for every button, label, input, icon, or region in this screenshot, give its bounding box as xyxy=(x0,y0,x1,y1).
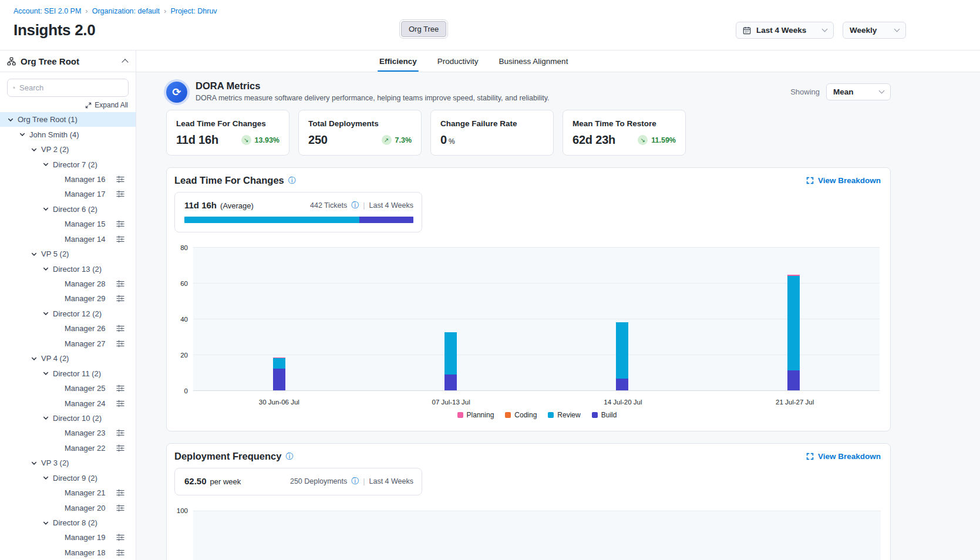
filters-icon[interactable] xyxy=(116,220,124,228)
tree-row[interactable]: Manager 29 xyxy=(0,291,136,306)
deployment-rate-qualifier: per week xyxy=(210,477,241,486)
tab-efficiency[interactable]: Efficiency xyxy=(379,57,417,72)
chevron-down-icon[interactable] xyxy=(42,519,49,527)
filters-icon[interactable] xyxy=(116,429,124,437)
bar-segment-build xyxy=(616,379,628,390)
tree-row[interactable]: Manager 23 xyxy=(0,426,136,440)
tree-item-label: Director 7 (2) xyxy=(53,160,97,169)
stacked-bar[interactable] xyxy=(787,275,800,390)
chevron-down-icon[interactable] xyxy=(42,370,49,377)
stacked-bar[interactable] xyxy=(444,332,457,390)
info-icon[interactable]: ⓘ xyxy=(351,201,359,209)
summary-range: Last 4 Weeks xyxy=(369,201,413,210)
tree-row[interactable]: John Smith (4) xyxy=(0,127,136,141)
tree-row[interactable]: Director 13 (2) xyxy=(0,261,136,276)
showing-select[interactable]: Mean xyxy=(826,83,891,100)
deployment-view-breakdown-link[interactable]: View Breakdown xyxy=(806,452,881,461)
chevron-down-icon[interactable] xyxy=(42,414,49,421)
filters-icon[interactable] xyxy=(116,325,124,332)
tree-row[interactable]: Manager 15 xyxy=(0,217,136,231)
tree-row[interactable]: VP 5 (2) xyxy=(0,247,136,261)
tab-productivity[interactable]: Productivity xyxy=(437,57,479,72)
tree-row[interactable]: Manager 24 xyxy=(0,396,136,410)
date-range-select[interactable]: Last 4 Weeks xyxy=(736,22,834,39)
search-input[interactable] xyxy=(19,83,123,92)
info-icon[interactable]: ⓘ xyxy=(288,177,296,184)
info-icon[interactable]: ⓘ xyxy=(285,453,293,460)
filters-icon[interactable] xyxy=(116,444,124,452)
breadcrumb-link[interactable]: Organization: default xyxy=(92,7,160,15)
lead-time-panel: Lead Time For Changes ⓘ View Breakdown 1… xyxy=(166,167,891,431)
tree-row[interactable]: Manager 17 xyxy=(0,187,136,201)
chevron-down-icon[interactable] xyxy=(42,205,49,212)
chevron-down-icon[interactable] xyxy=(19,131,26,138)
filters-icon[interactable] xyxy=(116,534,124,541)
plot-area xyxy=(193,511,881,560)
chevron-down-icon[interactable] xyxy=(31,146,38,153)
expand-all-button[interactable]: Expand All xyxy=(8,101,128,109)
filters-icon[interactable] xyxy=(116,549,124,556)
legend-item-coding[interactable]: Coding xyxy=(505,411,537,419)
collapse-chevron-up-icon[interactable] xyxy=(122,59,128,65)
tree-row[interactable]: Manager 19 xyxy=(0,530,136,545)
tree-row[interactable]: Director 9 (2) xyxy=(0,471,136,485)
filters-icon[interactable] xyxy=(116,400,124,407)
chevron-down-icon[interactable] xyxy=(7,116,14,123)
tree-row[interactable]: VP 3 (2) xyxy=(0,456,136,470)
legend-item-review[interactable]: Review xyxy=(548,411,580,419)
tree-row[interactable]: Director 7 (2) xyxy=(0,157,136,171)
tree-row[interactable]: Manager 25 xyxy=(0,381,136,396)
chevron-down-icon[interactable] xyxy=(42,474,49,481)
filters-icon[interactable] xyxy=(116,190,124,198)
filters-icon[interactable] xyxy=(116,384,124,392)
tree-row[interactable]: Director 12 (2) xyxy=(0,306,136,321)
legend-item-planning[interactable]: Planning xyxy=(457,411,494,419)
tree-row[interactable]: Director 8 (2) xyxy=(0,515,136,530)
chevron-down-icon[interactable] xyxy=(42,310,49,317)
tree-row[interactable]: VP 4 (2) xyxy=(0,351,136,366)
granularity-select[interactable]: Weekly xyxy=(843,22,906,39)
info-icon[interactable]: ⓘ xyxy=(351,477,359,485)
chevron-down-icon[interactable] xyxy=(31,460,38,467)
tree-row[interactable]: Org Tree Root (1) xyxy=(0,112,136,127)
lead-time-view-breakdown-link[interactable]: View Breakdown xyxy=(806,176,881,185)
breadcrumb-link[interactable]: Account: SEI 2.0 PM xyxy=(14,7,81,15)
tree-row[interactable]: Manager 22 xyxy=(0,441,136,456)
tree-row[interactable]: Director 6 (2) xyxy=(0,202,136,217)
tree-row[interactable]: Manager 18 xyxy=(0,545,136,560)
tree-row[interactable]: Manager 27 xyxy=(0,336,136,351)
legend-item-build[interactable]: Build xyxy=(592,411,617,419)
tree-row[interactable]: Manager 21 xyxy=(0,485,136,500)
stacked-bar[interactable] xyxy=(616,322,628,390)
org-tree: Org Tree Root (1)John Smith (4)VP 2 (2)D… xyxy=(0,112,136,560)
sidebar-header[interactable]: Org Tree Root xyxy=(0,50,136,72)
tab-business-alignment[interactable]: Business Alignment xyxy=(499,57,569,72)
filters-icon[interactable] xyxy=(116,176,124,183)
filters-icon[interactable] xyxy=(116,235,124,243)
tree-row[interactable]: Manager 28 xyxy=(0,276,136,291)
chevron-down-icon[interactable] xyxy=(42,265,49,272)
tree-row[interactable]: Director 11 (2) xyxy=(0,366,136,380)
breadcrumb-link[interactable]: Project: Dhruv xyxy=(170,7,217,15)
tree-item-label: Director 13 (2) xyxy=(53,265,102,274)
org-tree-toggle-wrap: Org Tree xyxy=(399,19,448,39)
tree-row[interactable]: Manager 26 xyxy=(0,321,136,336)
content-scroll[interactable]: ⟳ DORA Metrics DORA metrics measure soft… xyxy=(136,72,980,560)
filters-icon[interactable] xyxy=(116,489,124,497)
chevron-down-icon[interactable] xyxy=(31,355,38,362)
filters-icon[interactable] xyxy=(116,504,124,512)
org-tree-button[interactable]: Org Tree xyxy=(401,21,446,37)
tree-row[interactable]: VP 2 (2) xyxy=(0,142,136,157)
metric-card-title: Change Failure Rate xyxy=(440,119,544,128)
chevron-down-icon[interactable] xyxy=(31,251,38,258)
tree-row[interactable]: Manager 20 xyxy=(0,500,136,515)
tree-row[interactable]: Director 10 (2) xyxy=(0,411,136,426)
dora-title: DORA Metrics xyxy=(196,80,550,92)
tree-row[interactable]: Manager 14 xyxy=(0,232,136,247)
filters-icon[interactable] xyxy=(116,280,124,288)
chevron-down-icon[interactable] xyxy=(42,161,49,168)
filters-icon[interactable] xyxy=(116,340,124,348)
stacked-bar[interactable] xyxy=(273,357,285,390)
filters-icon[interactable] xyxy=(116,295,124,302)
tree-row[interactable]: Manager 16 xyxy=(0,172,136,187)
